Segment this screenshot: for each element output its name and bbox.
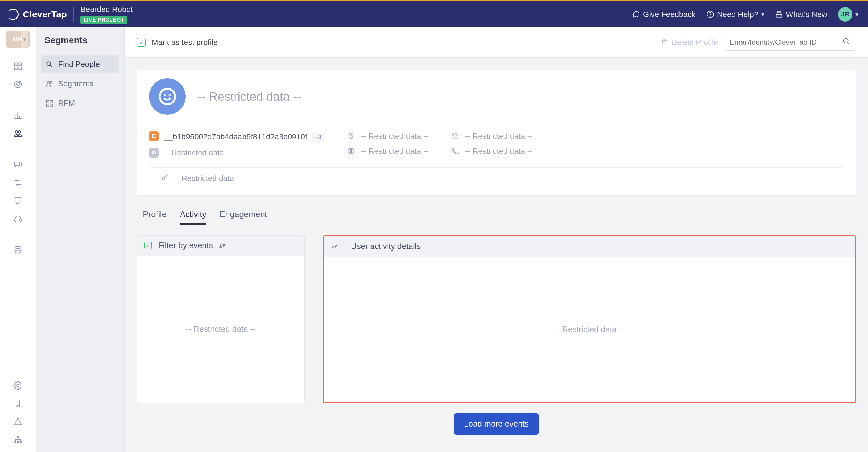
sidebar-title: Segments (41, 35, 119, 45)
rail-item-campaigns[interactable] (9, 192, 26, 209)
activity-icon (331, 241, 339, 252)
sidebar-item-segments[interactable]: Segments (41, 75, 119, 93)
svg-point-16 (17, 384, 19, 387)
email-icon (450, 131, 460, 141)
browser-row: -- Restricted data -- (346, 146, 428, 156)
rail-item-segments[interactable] (9, 125, 26, 142)
user-menu[interactable]: JR ▾ (838, 7, 859, 22)
profile-avatar (149, 78, 186, 115)
project-name: Bearded Robot (81, 5, 133, 14)
grid-icon (45, 99, 53, 107)
delete-profile-label: Delete Profile (671, 38, 718, 47)
search-icon[interactable] (842, 37, 850, 47)
give-feedback-label: Give Feedback (643, 10, 695, 19)
activity-panel-body: -- Restricted data -- (323, 257, 855, 402)
browser-icon (346, 146, 356, 156)
email-value: -- Restricted data -- (465, 132, 532, 141)
svg-rect-27 (50, 104, 53, 106)
additional-ids-badge[interactable]: +3 (312, 133, 324, 141)
mark-test-checkbox[interactable]: ✓ (137, 38, 146, 47)
sidebar-item-label: Segments (58, 79, 93, 89)
profile-search-input[interactable] (730, 38, 839, 46)
svg-rect-12 (15, 197, 21, 202)
gift-icon (775, 10, 783, 18)
tab-activity[interactable]: Activity (180, 209, 206, 225)
chevron-down-icon[interactable]: ▾ (21, 31, 28, 47)
sidebar-item-label: Find People (58, 60, 100, 69)
filter-panel-body: -- Restricted data -- (137, 256, 304, 403)
trash-icon (660, 38, 668, 46)
svg-point-1 (710, 16, 710, 16)
filter-select-all-checkbox[interactable]: ✓ (144, 241, 152, 249)
identity-row: ID -- Restricted data -- (149, 148, 324, 158)
filter-panel-title: Filter by events (158, 241, 213, 250)
svg-point-23 (50, 81, 52, 83)
tab-profile[interactable]: Profile (143, 209, 166, 225)
rail-item-settings[interactable] (9, 377, 26, 394)
search-person-icon (45, 61, 53, 68)
nav-rail: BR ▾ (0, 27, 36, 452)
rail-item-org[interactable] (9, 431, 26, 448)
rail-item-bookmark[interactable] (9, 395, 26, 412)
brand-logo-icon (7, 9, 19, 20)
rail-item-support[interactable] (9, 210, 26, 227)
whats-new-link[interactable]: What's New (775, 10, 827, 19)
mark-test-label: Mark as test profile (152, 38, 218, 47)
profile-tabs: Profile Activity Engagement (143, 209, 856, 225)
app-header: CleverTap Bearded Robot LIVE PROJECT Giv… (0, 1, 868, 27)
smile-icon (158, 87, 177, 106)
header-actions: Give Feedback Need Help? ▾ What's New JR… (632, 7, 859, 22)
user-activity-panel: User activity details -- Restricted data… (323, 235, 856, 403)
project-status-tag: LIVE PROJECT (81, 16, 127, 24)
delete-profile-button[interactable]: Delete Profile (660, 38, 718, 47)
header-divider (73, 7, 74, 22)
svg-point-18 (14, 441, 16, 443)
svg-point-0 (707, 11, 714, 18)
rail-item-target[interactable] (9, 76, 26, 93)
svg-rect-6 (14, 67, 17, 70)
svg-rect-26 (46, 104, 49, 106)
whats-new-label: What's New (786, 10, 827, 19)
rail-item-alerts[interactable] (9, 413, 26, 430)
svg-point-29 (160, 89, 175, 104)
chevron-down-icon: ▾ (761, 11, 764, 18)
phone-row: -- Restricted data -- (450, 146, 532, 156)
rail-item-messages[interactable] (9, 156, 26, 173)
activity-panel-title: User activity details (351, 242, 421, 251)
profile-name: -- Restricted data -- (198, 90, 301, 103)
svg-point-31 (169, 95, 170, 96)
rail-item-journeys[interactable] (9, 174, 26, 191)
sidebar-item-label: RFM (58, 99, 75, 108)
project-block[interactable]: Bearded Robot LIVE PROJECT (81, 5, 133, 24)
tab-engagement[interactable]: Engagement (220, 209, 267, 225)
location-value: -- Restricted data -- (361, 132, 428, 141)
need-help-link[interactable]: Need Help? ▾ (706, 10, 764, 19)
rail-item-boards[interactable] (9, 58, 26, 75)
svg-point-21 (47, 62, 51, 66)
location-icon (346, 131, 356, 141)
profile-toolbar: ✓ Mark as test profile Delete Profile (125, 27, 868, 58)
svg-rect-4 (14, 63, 17, 66)
svg-rect-5 (19, 63, 21, 66)
sidebar-item-rfm[interactable]: RFM (41, 94, 119, 112)
chevron-down-icon: ▾ (856, 11, 859, 18)
identity-value: -- Restricted data -- (164, 148, 231, 157)
main-content: ✓ Mark as test profile Delete Profile --… (125, 27, 868, 452)
phone-icon (450, 146, 460, 156)
load-more-events-button[interactable]: Load more events (454, 413, 539, 434)
need-help-label: Need Help? (717, 10, 758, 19)
give-feedback-link[interactable]: Give Feedback (632, 10, 695, 19)
profile-search[interactable] (724, 34, 856, 51)
avatar: JR (838, 7, 852, 22)
project-switcher[interactable]: BR ▾ (6, 31, 30, 47)
profile-card: -- Restricted data -- C __b1b95002d7ab4d… (137, 69, 856, 196)
rail-item-analytics[interactable] (9, 107, 26, 124)
identity-chip-icon: ID (149, 148, 159, 158)
location-row: -- Restricted data -- (346, 131, 428, 141)
sidebar-item-find-people[interactable]: Find People (41, 56, 119, 73)
rail-item-data[interactable] (9, 241, 26, 258)
svg-point-30 (165, 95, 165, 96)
phone-value: -- Restricted data -- (465, 147, 532, 156)
brand-block[interactable]: CleverTap (7, 9, 67, 20)
sort-icon[interactable]: ▴▾ (219, 241, 225, 249)
